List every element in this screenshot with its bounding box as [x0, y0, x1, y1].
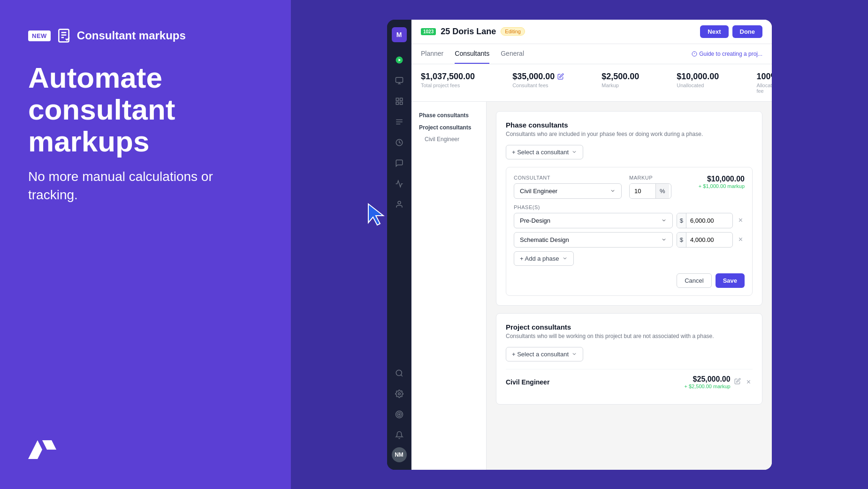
- tab-general[interactable]: General: [501, 44, 524, 64]
- phases-section: PHASE(S) Pre-Design $: [514, 204, 745, 266]
- markup-input[interactable]: [630, 184, 655, 198]
- sidebar-item-clock[interactable]: [391, 134, 408, 151]
- consultant-col: Consultant Civil Engineer: [514, 175, 622, 199]
- total-amount: $10,000.00 + $1,000.00 markup: [679, 175, 745, 189]
- phase-2-select[interactable]: Schematic Design: [514, 232, 673, 248]
- stat-consultant-fees-value: $35,000.00: [512, 72, 555, 82]
- cursor-arrow: [366, 202, 389, 229]
- form-actions: Cancel Save: [514, 273, 745, 288]
- new-badge: NEW: [28, 30, 51, 41]
- phase-consultants-desc: Consultants who are included in your pha…: [506, 131, 753, 137]
- left-nav-civil-engineer[interactable]: Civil Engineer: [411, 134, 486, 145]
- project-consultant-name: Civil Engineer: [506, 378, 549, 386]
- next-button[interactable]: Next: [700, 25, 728, 38]
- sidebar-item-play[interactable]: [391, 52, 408, 68]
- stat-total-fees-label: Total project fees: [421, 83, 475, 88]
- app-name: Consultant markups: [77, 29, 186, 42]
- consultant-field-label: Consultant: [514, 175, 622, 181]
- svg-line-21: [401, 375, 402, 376]
- project-consultants-desc: Consultants who will be working on this …: [506, 333, 753, 339]
- sidebar-logo: M: [392, 27, 407, 42]
- tab-consultants[interactable]: Consultants: [455, 44, 489, 64]
- sidebar-item-settings[interactable]: [391, 385, 408, 402]
- sidebar-item-list[interactable]: [391, 113, 408, 130]
- cancel-button[interactable]: Cancel: [677, 273, 711, 288]
- phase-1-select[interactable]: Pre-Design: [514, 213, 673, 228]
- project-select-consultant-btn[interactable]: + Select a consultant: [506, 347, 583, 361]
- select-consultant-label: + Select a consultant: [512, 149, 569, 156]
- stat-markup-value: $2,500.00: [602, 72, 639, 82]
- svg-marker-5: [42, 440, 56, 450]
- left-nav: Phase consultants Project consultants Ci…: [411, 102, 487, 470]
- phase-consultants-title: Phase consultants: [506, 121, 753, 129]
- phase-1-remove-btn[interactable]: ×: [737, 214, 745, 226]
- project-consultants-card: Project consultants Consultants who will…: [496, 313, 762, 405]
- stat-total-fees-value: $1,037,500.00: [421, 72, 475, 82]
- phase-1-amount-input[interactable]: [686, 213, 724, 228]
- right-content-area: Phase consultants Consultants who are in…: [487, 102, 772, 470]
- nav-tabs: Planner Consultants General Guide to cre…: [411, 44, 772, 64]
- stat-unallocated-value: $10,000.00: [677, 72, 719, 82]
- guide-link[interactable]: Guide to creating a proj...: [692, 51, 762, 57]
- svg-point-25: [398, 414, 400, 415]
- sidebar-item-chart[interactable]: [391, 175, 408, 192]
- sidebar-item-grid[interactable]: [391, 93, 408, 110]
- sidebar-item-person[interactable]: [391, 196, 408, 213]
- svg-marker-29: [368, 204, 383, 225]
- sidebar-item-monitor[interactable]: [391, 72, 408, 89]
- consultant-remove-btn[interactable]: ×: [745, 376, 753, 388]
- consultant-amount: $25,000.00 + $2,500.00 markup: [685, 375, 731, 389]
- stat-unallocated: $10,000.00 Unallocated: [677, 72, 719, 88]
- user-avatar[interactable]: NM: [392, 447, 407, 462]
- svg-rect-8: [396, 77, 403, 83]
- svg-rect-11: [396, 98, 398, 100]
- add-phase-btn[interactable]: + Add a phase: [514, 251, 574, 266]
- select-consultant-btn[interactable]: + Select a consultant: [506, 145, 583, 159]
- consultant-edit-icon[interactable]: [734, 378, 741, 386]
- right-panel: M: [291, 0, 868, 489]
- hero-line3: markups: [28, 126, 263, 158]
- content-body: Phase consultants Project consultants Ci…: [411, 102, 772, 470]
- phase-1-amount-group: $: [677, 213, 733, 228]
- svg-point-19: [398, 201, 401, 204]
- stat-allocated-value: 100%: [756, 72, 772, 82]
- left-nav-project-consultants[interactable]: Project consultants: [411, 121, 486, 134]
- tab-planner[interactable]: Planner: [421, 44, 443, 64]
- left-nav-phase-consultants[interactable]: Phase consultants: [411, 109, 486, 121]
- svg-rect-13: [396, 102, 398, 104]
- save-button[interactable]: Save: [716, 273, 745, 288]
- stats-bar: $1,037,500.00 Total project fees $35,000…: [411, 64, 772, 102]
- hero-text: Automate consultant markups No more manu…: [28, 62, 263, 204]
- total-value: $10,000.00: [679, 175, 745, 183]
- top-bar-left: 1023 25 Doris Lane Editing: [421, 27, 525, 37]
- stat-consultant-fees-label: Consultant fees: [512, 83, 564, 88]
- brand-logo: [28, 436, 263, 461]
- phase-2-remove-btn[interactable]: ×: [737, 233, 745, 246]
- sidebar-item-search[interactable]: [391, 365, 408, 382]
- sidebar-item-bell[interactable]: [391, 427, 408, 444]
- consultant-select[interactable]: Civil Engineer: [514, 183, 622, 199]
- svg-point-22: [398, 392, 400, 395]
- markup-percent-label: %: [655, 184, 669, 198]
- total-markup: + $1,000.00 markup: [679, 183, 745, 189]
- app-sidebar: M: [387, 20, 411, 470]
- done-button[interactable]: Done: [732, 25, 763, 38]
- dollar-sign-2: $: [677, 233, 686, 247]
- phase-row-1: Pre-Design $ ×: [514, 213, 745, 228]
- project-title: 25 Doris Lane: [441, 27, 496, 37]
- add-phase-label: + Add a phase: [520, 255, 559, 262]
- sidebar-item-target[interactable]: [391, 406, 408, 423]
- project-consultants-title: Project consultants: [506, 323, 753, 331]
- editing-badge: Editing: [501, 27, 525, 36]
- left-panel: NEW Consultant markups Automate consulta…: [0, 0, 291, 489]
- cons-markup-value: + $2,500.00 markup: [685, 384, 731, 389]
- markup-col: Markup %: [629, 175, 671, 199]
- phase-2-amount-input[interactable]: [686, 233, 724, 247]
- phase-consultants-card: Phase consultants Consultants who are in…: [496, 111, 762, 306]
- project-id-badge: 1023: [421, 28, 436, 35]
- phase-row-2: Schematic Design $ ×: [514, 232, 745, 248]
- consultant-form: Consultant Civil Engineer Markup: [506, 167, 753, 296]
- phases-label: PHASE(S): [514, 204, 745, 210]
- stat-total-fees: $1,037,500.00 Total project fees: [421, 72, 475, 88]
- sidebar-item-chat[interactable]: [391, 155, 408, 172]
